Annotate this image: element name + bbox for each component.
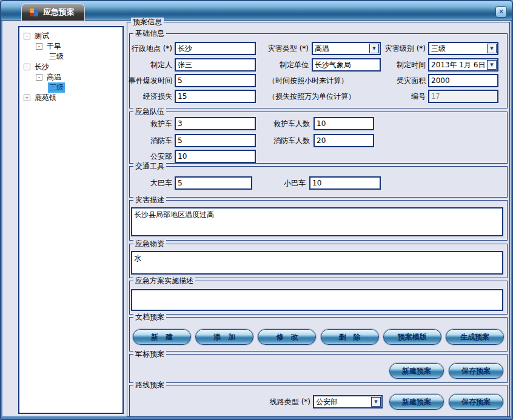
line-type-select[interactable]: 公安部 ▼ — [313, 395, 383, 408]
time-hint-text: （时间按照小时来计算） — [268, 74, 348, 87]
police-label: 公安部 — [130, 150, 172, 163]
police-input[interactable] — [175, 150, 256, 163]
app-window: 应急预案 ✕ - 测试 - 干旱 三级 - 长沙 - 高温 — [0, 0, 513, 420]
tree-node-label[interactable]: 高温 — [45, 72, 62, 82]
tree-node-gaowen[interactable]: - 高温 — [19, 72, 122, 82]
small-bus-input[interactable] — [309, 176, 381, 190]
ambulance-staff-label: 救护车人数 — [251, 117, 310, 130]
disaster-desc-textarea[interactable]: 长沙县局部地区温度过高 — [131, 207, 503, 236]
loss-hint-text: （损失按照万为单位计算） — [268, 90, 355, 103]
tree-collapse-icon[interactable]: - — [36, 43, 42, 50]
modify-button[interactable]: 修 改 — [258, 329, 316, 345]
plan-info-legend: 预案信息 — [131, 18, 164, 26]
route-new-plan-button[interactable]: 新建预案 — [389, 394, 444, 410]
tree-node-label[interactable]: 鹿苑镇 — [33, 93, 58, 103]
tree-collapse-icon[interactable]: - — [36, 74, 42, 81]
tree-node-ganhan[interactable]: - 干旱 — [19, 41, 122, 52]
military-plan-group: 军标预案 新建预案 保存预案 — [129, 354, 508, 383]
military-plan-legend: 军标预案 — [133, 350, 166, 358]
tree-node-label[interactable]: 三级 — [48, 82, 65, 93]
tree-node-changsha[interactable]: - 长沙 — [19, 62, 122, 72]
number-input — [428, 90, 498, 103]
big-bus-input[interactable] — [175, 176, 252, 190]
tree-node-ceshi[interactable]: - 测试 — [19, 31, 122, 41]
ambulance-input[interactable] — [175, 117, 256, 130]
disaster-desc-group: 灾害描述 长沙县局部地区温度过高 — [129, 200, 508, 241]
emergency-teams-group: 应急队伍 救护车 救护车人数 消防车 消防车人数 公安部 — [129, 112, 508, 164]
tree-expand-icon[interactable]: + — [24, 95, 30, 101]
tree-node-label[interactable]: 长沙 — [33, 62, 50, 72]
emergency-teams-legend: 应急队伍 — [133, 107, 166, 116]
add-button[interactable]: 添 加 — [195, 329, 253, 345]
creator-input[interactable] — [175, 58, 256, 72]
route-save-plan-button[interactable]: 保存预案 — [449, 394, 503, 410]
line-type-value: 公安部 — [314, 396, 370, 407]
admin-location-input[interactable] — [175, 42, 256, 55]
disaster-type-value: 高温 — [313, 43, 369, 54]
window-title: 应急预案 — [43, 7, 75, 18]
create-time-value: 2013年 1月 6日 — [429, 59, 486, 70]
military-new-plan-button[interactable]: 新建预案 — [389, 363, 444, 379]
tree-collapse-icon[interactable]: - — [24, 33, 30, 39]
chevron-down-icon[interactable]: ▼ — [371, 397, 381, 407]
implementation-group: 应急方案实施描述 — [129, 281, 508, 315]
plan-info-group: 预案信息 基础信息 行政地点 (*) 灾害类型 (*) 高温 ▼ 灾害级别 (*… — [127, 22, 510, 417]
route-plan-group: 路线预案 线路类型 (*) 公安部 ▼ 新建预案 保存预案 — [129, 385, 508, 417]
event-time-label: 事件爆发时间 — [127, 74, 172, 87]
fire-staff-input[interactable] — [314, 134, 374, 147]
supplies-legend: 应急物资 — [133, 239, 166, 248]
event-time-input[interactable] — [175, 74, 256, 87]
military-save-plan-button[interactable]: 保存预案 — [449, 363, 503, 379]
ambulance-staff-input[interactable] — [314, 117, 374, 130]
doc-plan-buttons: 新 建 添 加 修 改 删 除 预案模版 生成预案 — [133, 329, 504, 345]
area-input[interactable] — [428, 74, 498, 87]
loss-input[interactable] — [175, 90, 256, 103]
supplies-group: 应急物资 水 — [129, 244, 508, 278]
implementation-textarea[interactable] — [131, 289, 503, 311]
creator-label: 制定人 — [130, 58, 172, 72]
tree-node-sanji-2-selected[interactable]: 三级 — [19, 82, 122, 93]
disaster-level-label: 灾害级别 (*) — [366, 42, 426, 55]
plan-template-button[interactable]: 预案模版 — [383, 329, 441, 345]
app-icon — [29, 7, 39, 17]
close-icon[interactable]: ✕ — [495, 6, 507, 18]
create-time-label: 制定时间 — [366, 58, 426, 72]
implementation-legend: 应急方案实施描述 — [133, 276, 195, 285]
basic-info-group: 基础信息 行政地点 (*) 灾害类型 (*) 高温 ▼ 灾害级别 (*) 三级 … — [129, 33, 508, 108]
transport-group: 交通工具 大巴车 小巴车 — [129, 166, 508, 198]
doc-plan-group: 文档预案 新 建 添 加 修 改 删 除 预案模版 生成预案 — [129, 317, 508, 352]
new-button[interactable]: 新 建 — [133, 329, 191, 345]
doc-plan-legend: 文档预案 — [133, 313, 166, 321]
loss-label: 经济损失 — [130, 90, 172, 103]
disaster-type-label: 灾害类型 (*) — [254, 42, 309, 55]
titlebar: 应急预案 ✕ — [1, 1, 512, 21]
supplies-textarea[interactable]: 水 — [131, 251, 503, 275]
basic-info-legend: 基础信息 — [133, 29, 166, 38]
generate-plan-button[interactable]: 生成预案 — [446, 329, 504, 345]
disaster-level-select[interactable]: 三级 ▼ — [428, 42, 498, 55]
tree-node-luyuanzhen[interactable]: + 鹿苑镇 — [19, 93, 122, 103]
big-bus-label: 大巴车 — [130, 176, 172, 190]
number-label: 编号 — [366, 90, 426, 103]
admin-location-label: 行政地点 (*) — [130, 42, 172, 55]
chevron-down-icon[interactable]: ▼ — [487, 60, 497, 70]
app-tab[interactable]: 应急预案 — [21, 3, 85, 21]
fire-truck-label: 消防车 — [130, 134, 172, 147]
tree-node-label[interactable]: 三级 — [48, 52, 65, 62]
unit-label: 制定单位 — [254, 58, 309, 72]
area-label: 受灾面积 — [366, 74, 426, 87]
content-area: - 测试 - 干旱 三级 - 长沙 - 高温 三级 + — [2, 21, 511, 416]
fire-staff-label: 消防车人数 — [251, 134, 310, 147]
tree-node-label[interactable]: 干旱 — [45, 41, 62, 52]
fire-truck-input[interactable] — [175, 134, 256, 147]
tree-collapse-icon[interactable]: - — [24, 64, 30, 70]
plan-tree: - 测试 - 干旱 三级 - 长沙 - 高温 三级 + — [18, 26, 124, 414]
transport-legend: 交通工具 — [133, 162, 166, 170]
create-time-datepicker[interactable]: 2013年 1月 6日 ▼ — [428, 58, 498, 72]
disaster-desc-legend: 灾害描述 — [133, 196, 166, 204]
ambulance-label: 救护车 — [130, 117, 172, 130]
chevron-down-icon[interactable]: ▼ — [487, 44, 497, 53]
delete-button[interactable]: 删 除 — [321, 329, 379, 345]
tree-node-sanji-1[interactable]: 三级 — [19, 52, 122, 62]
tree-node-label[interactable]: 测试 — [33, 31, 50, 41]
